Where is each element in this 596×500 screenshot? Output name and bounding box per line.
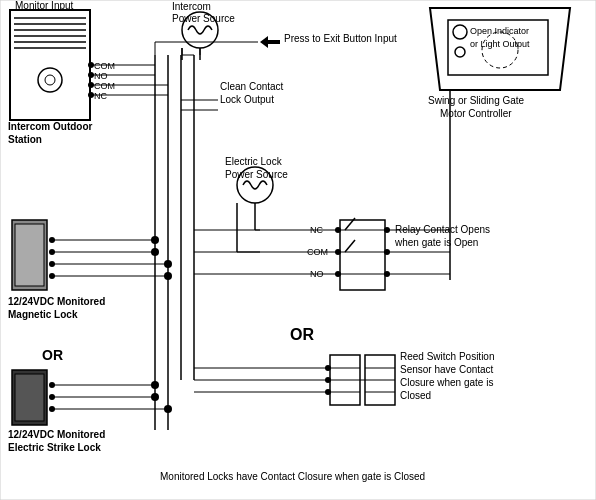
- svg-text:Power Source: Power Source: [225, 169, 288, 180]
- svg-text:Closure when gate is: Closure when gate is: [400, 377, 493, 388]
- bottom-note: Monitored Locks have Contact Closure whe…: [160, 471, 425, 482]
- svg-text:Clean Contact: Clean Contact: [220, 81, 284, 92]
- svg-text:COM: COM: [94, 81, 115, 91]
- svg-text:Sensor have Contact: Sensor have Contact: [400, 364, 494, 375]
- svg-point-68: [151, 393, 159, 401]
- monitor-input-label: Monitor Input: [15, 0, 74, 11]
- svg-text:NO: NO: [94, 71, 108, 81]
- svg-rect-41: [15, 224, 44, 286]
- svg-text:Electric Lock: Electric Lock: [225, 156, 283, 167]
- svg-text:Press to Exit Button Input: Press to Exit Button Input: [284, 33, 397, 44]
- svg-text:COM: COM: [94, 61, 115, 71]
- svg-text:when gate is Open: when gate is Open: [394, 237, 478, 248]
- svg-text:Lock Output: Lock Output: [220, 94, 274, 105]
- svg-point-63: [151, 236, 159, 244]
- svg-text:Closed: Closed: [400, 390, 431, 401]
- svg-text:Swing or Sliding Gate: Swing or Sliding Gate: [428, 95, 525, 106]
- svg-text:12/24VDC Monitored: 12/24VDC Monitored: [8, 296, 105, 307]
- svg-point-65: [164, 260, 172, 268]
- svg-text:NC: NC: [94, 91, 107, 101]
- svg-text:Magnetic Lock: Magnetic Lock: [8, 309, 78, 320]
- svg-text:Reed Switch Position: Reed Switch Position: [400, 351, 495, 362]
- svg-text:OR: OR: [290, 326, 314, 343]
- svg-text:or Light Output: or Light Output: [470, 39, 530, 49]
- svg-text:12/24VDC Monitored: 12/24VDC Monitored: [8, 429, 105, 440]
- svg-text:Intercom Outdoor: Intercom Outdoor: [8, 121, 93, 132]
- svg-point-64: [151, 248, 159, 256]
- svg-text:OR: OR: [42, 347, 63, 363]
- svg-text:Station: Station: [8, 134, 42, 145]
- svg-text:Open Indicator: Open Indicator: [470, 26, 529, 36]
- svg-rect-50: [15, 374, 44, 421]
- svg-point-67: [151, 381, 159, 389]
- svg-text:Motor Controller: Motor Controller: [440, 108, 512, 119]
- svg-text:Power Source: Power Source: [172, 13, 235, 24]
- svg-text:Electric Strike Lock: Electric Strike Lock: [8, 442, 101, 453]
- svg-point-66: [164, 272, 172, 280]
- svg-text:Intercom: Intercom: [172, 1, 211, 12]
- wiring-diagram: Monitor Input COM NO COM NC Intercom Out…: [0, 0, 596, 500]
- svg-point-69: [164, 405, 172, 413]
